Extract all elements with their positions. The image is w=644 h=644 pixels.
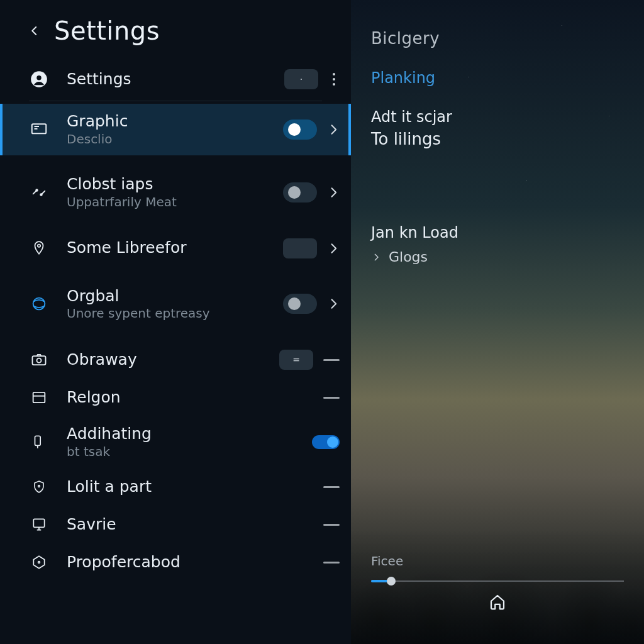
app-root: Settings Settings · Graphic Desclio: [0, 0, 644, 644]
preview-block-1-line2: To lilings: [371, 130, 624, 148]
row-graphic-label: Graphic: [67, 113, 265, 131]
row-lolit-a-part-label: Lolit a part: [67, 478, 306, 496]
settings-panel: Settings Settings · Graphic Desclio: [0, 0, 351, 644]
svg-point-10: [37, 358, 42, 363]
settings-title: Settings: [54, 16, 160, 45]
shield-icon: [29, 477, 49, 497]
preview-block-1: Adt it scjar To lilings: [371, 108, 624, 148]
row-some-libreefor[interactable]: Some Libreefor: [0, 230, 351, 267]
slider-track: [371, 580, 624, 582]
kebab-menu-icon[interactable]: [328, 70, 340, 88]
row-obraway-label: Obraway: [67, 351, 262, 369]
row-relgon[interactable]: Relgon: [0, 379, 351, 416]
slider-thumb[interactable]: [387, 577, 396, 586]
pointer-icon: [29, 432, 49, 452]
preview-link-planking[interactable]: Planking: [371, 69, 624, 87]
forward-icon: [371, 252, 382, 263]
row-settings-top-label: Settings: [67, 70, 267, 89]
dash-icon: [323, 562, 340, 564]
preview-block-2-small: Glogs: [371, 249, 624, 265]
row-lolit-a-part[interactable]: Lolit a part: [0, 468, 351, 506]
preview-panel: Biclgery Planking Adt it scjar To liling…: [351, 0, 644, 644]
svg-marker-19: [33, 556, 44, 569]
panel-icon: [29, 387, 49, 408]
row-addihating[interactable]: Addihating bt tsak: [0, 416, 351, 468]
chevron-right-icon: [327, 186, 340, 199]
pin-icon: [29, 238, 49, 258]
preview-block-2-line1: Jan kn Load: [371, 224, 624, 242]
row-savrie-label: Savrie: [67, 516, 306, 534]
preview-footer: Ficee: [371, 553, 624, 587]
svg-point-7: [38, 244, 40, 247]
row-obraway[interactable]: Obraway =: [0, 341, 351, 379]
row-addihating-sub: bt tsak: [67, 445, 294, 459]
dash-icon: [323, 486, 340, 488]
slider-label: Ficee: [371, 553, 624, 569]
row-orgbal-sub: Unore sypent eptreasy: [67, 306, 265, 321]
row-graphic[interactable]: Graphic Desclio: [0, 104, 351, 155]
orbit-icon: [29, 294, 49, 314]
svg-rect-9: [33, 356, 46, 365]
row-clobst-iaps-toggle[interactable]: [283, 182, 317, 203]
back-icon[interactable]: [29, 25, 40, 36]
svg-point-5: [36, 189, 38, 191]
row-settings-top[interactable]: Settings ·: [0, 60, 351, 98]
preview-title: Biclgery: [371, 29, 624, 48]
ficee-slider[interactable]: [371, 575, 624, 587]
divider: [29, 101, 322, 101]
row-addihating-switch[interactable]: [312, 435, 340, 449]
row-propofercabod[interactable]: Propofercabod: [0, 543, 351, 581]
row-settings-top-value[interactable]: ·: [284, 69, 318, 89]
settings-header: Settings: [0, 13, 351, 60]
chevron-right-icon: [327, 297, 340, 310]
row-some-libreefor-label: Some Libreefor: [67, 239, 265, 257]
svg-rect-2: [32, 124, 47, 133]
svg-rect-13: [35, 436, 41, 445]
row-clobst-iaps-label: Clobst iaps: [67, 175, 265, 194]
hex-icon: [29, 552, 49, 572]
arrows-icon: [29, 182, 49, 203]
chevron-right-icon: [327, 242, 340, 255]
dash-icon: [323, 524, 340, 526]
dash-icon: [323, 359, 340, 361]
svg-point-6: [40, 194, 42, 196]
monitor-icon: [29, 514, 49, 535]
starfield-decoration: [351, 0, 644, 644]
row-settings-top-controls: ·: [284, 69, 340, 89]
row-obraway-value[interactable]: =: [279, 350, 313, 370]
row-some-libreefor-value[interactable]: [283, 238, 317, 258]
row-orgbal[interactable]: Orgbal Unore sypent eptreasy: [0, 279, 351, 330]
row-graphic-sub: Desclio: [67, 132, 265, 147]
svg-point-15: [38, 486, 40, 487]
camera-icon: [29, 350, 49, 370]
row-clobst-iaps[interactable]: Clobst iaps Uppatrfarily Meat: [0, 167, 351, 218]
svg-rect-11: [33, 392, 45, 402]
chevron-right-icon: [327, 123, 340, 136]
row-graphic-toggle[interactable]: [283, 119, 317, 140]
preview-block-1-line1: Adt it scjar: [371, 108, 624, 126]
svg-point-1: [36, 75, 41, 80]
preview-block-2-small-label: Glogs: [389, 249, 428, 265]
row-relgon-label: Relgon: [67, 389, 306, 407]
row-orgbal-toggle[interactable]: [283, 294, 317, 314]
row-clobst-iaps-sub: Uppatrfarily Meat: [67, 195, 265, 209]
svg-rect-16: [33, 519, 44, 527]
preview-block-2: Jan kn Load Glogs: [371, 224, 624, 265]
row-savrie[interactable]: Savrie: [0, 506, 351, 543]
row-addihating-label: Addihating: [67, 425, 294, 443]
row-orgbal-label: Orgbal: [67, 287, 265, 306]
row-propofercabod-label: Propofercabod: [67, 553, 306, 572]
dash-icon: [323, 397, 340, 399]
user-icon: [29, 69, 49, 89]
display-icon: [29, 119, 49, 140]
svg-point-20: [38, 562, 40, 564]
home-icon[interactable]: [488, 592, 507, 611]
